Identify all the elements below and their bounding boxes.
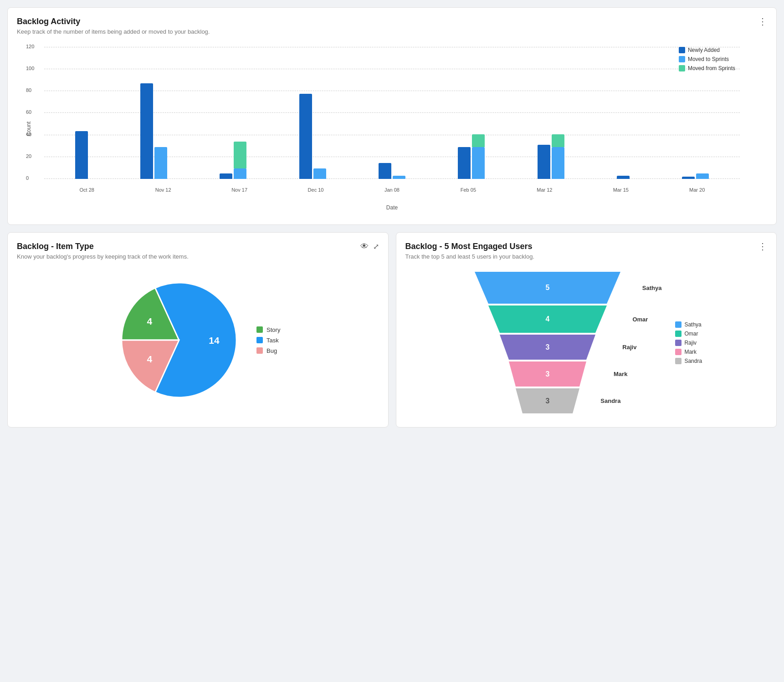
engaged-users-more-button[interactable]: ⋮ [758,242,767,251]
engaged-users-title: Backlog - 5 Most Engaged Users [405,242,535,251]
bar-moved-to [552,147,564,179]
legend-item: Moved from Sprints [679,65,735,71]
x-axis-date-label: Oct 28 [73,187,101,193]
bar-moved-to [234,168,246,179]
backlog-activity-more-button[interactable]: ⋮ [758,17,767,26]
bar-moved-to [154,147,167,179]
bar-moved-from [234,142,246,168]
backlog-activity-subtitle: Keep track of the number of items being … [17,28,210,35]
chart-inner: 120 100 80 60 40 20 0 Oct 28Nov 12Nov 17… [44,47,740,193]
pie-value: 4 [147,316,152,326]
item-type-title-group: Backlog - Item Type Know your backlog's … [17,242,189,260]
funnel-legend-color [675,349,682,355]
pie-legend-color [256,347,263,354]
funnel-value: 3 [546,397,550,405]
bar-group [75,131,88,179]
x-axis-date-label: Dec 10 [302,187,329,193]
bar-newly-added [75,131,88,179]
x-axis-date-label: Nov 17 [226,187,253,193]
pie-legend-item: Story [256,326,280,333]
bar-stack [552,134,564,179]
funnel-tier: 5Sathya [470,272,625,304]
item-type-header: Backlog - Item Type Know your backlog's … [17,242,379,260]
engaged-users-title-group: Backlog - 5 Most Engaged Users Track the… [405,242,535,260]
bar-newly-added [617,176,630,179]
funnel-legend-item: Sathya [675,321,702,328]
item-type-title: Backlog - Item Type [17,242,189,251]
bar-moved-to [472,147,485,179]
funnel-legend-color [675,321,682,328]
pie-legend: StoryTaskBug [256,326,280,354]
bottom-row: Backlog - Item Type Know your backlog's … [7,232,777,428]
expand-icon[interactable]: ⤢ [373,242,379,251]
backlog-activity-title: Backlog Activity [17,17,210,26]
legend-label: Newly Added [688,47,720,53]
funnel-label: Sandra [600,397,620,404]
bar-group [299,94,326,179]
x-axis-date-label: Jan 08 [378,187,405,193]
bar-moved-from [472,134,485,147]
legend-label: Moved to Sprints [688,56,729,62]
x-axis-label: Date [386,204,398,211]
funnel-legend-label: Rajiv [684,340,697,346]
funnel-legend-label: Sandra [684,358,702,364]
bar-moved-to [393,176,405,179]
bar-group [140,83,167,179]
bar-stack [154,147,167,179]
legend-item: Moved to Sprints [679,56,735,62]
funnel-tier: 3Sandra [511,388,584,413]
bar-moved-to [313,168,326,179]
bar-stack [696,173,709,179]
funnel-legend-label: Omar [684,331,698,337]
funnel-legend-color [675,331,682,337]
item-type-card: Backlog - Item Type Know your backlog's … [7,232,389,428]
item-type-subtitle: Know your backlog's progress by keeping … [17,253,189,260]
bar-newly-added [682,177,695,179]
funnel-value: 3 [546,343,550,351]
pie-legend-label: Bug [266,347,277,354]
bar-stack [472,134,485,179]
engaged-users-subtitle: Track the top 5 and least 5 users in you… [405,253,535,260]
funnel-shape: 3 [504,361,591,387]
funnel-legend-color [675,340,682,346]
bar-group [617,176,630,179]
pie-legend-color [256,326,263,333]
bar-group [538,134,564,179]
item-type-icons: 👁 ⤢ [360,242,379,251]
pie-chart: 4144 [115,276,243,404]
funnel-value: 4 [546,315,550,323]
bars-container [44,47,740,179]
bar-group [220,142,246,179]
pie-legend-item: Task [256,337,280,344]
funnel-label: Rajiv [622,344,636,351]
funnel-shape: 3 [511,388,584,413]
bar-moved-from [552,134,564,147]
bar-newly-added [220,173,232,179]
bar-newly-added [140,83,153,179]
funnel-label: Sathya [642,285,662,291]
chart-legend: Newly AddedMoved to SprintsMoved from Sp… [679,47,735,71]
pie-legend-label: Story [266,326,280,333]
funnel-value: 5 [546,284,550,291]
legend-item: Newly Added [679,47,735,53]
legend-color [679,65,685,71]
funnel-shape: 5 [470,272,625,304]
eye-icon[interactable]: 👁 [360,242,369,251]
funnel-tier: 3Rajiv [495,335,600,360]
bar-group [458,134,485,179]
funnel-shape: 3 [495,335,600,360]
backlog-activity-title-group: Backlog Activity Keep track of the numbe… [17,17,210,35]
legend-label: Moved from Sprints [688,65,735,71]
bar-stack [313,168,326,179]
funnel-section: 5Sathya4Omar3Rajiv3Mark3Sandra SathyaOma… [405,267,768,418]
pie-legend-item: Bug [256,347,280,354]
legend-color [679,47,685,53]
legend-color [679,56,685,62]
backlog-activity-chart: Count Date 120 100 80 60 40 20 0 Oct 28N… [17,42,767,215]
funnel-legend-label: Sathya [684,321,701,328]
x-axis-date-label: Mar 15 [607,187,635,193]
funnel-container: 5Sathya4Omar3Rajiv3Mark3Sandra [470,272,625,413]
funnel-legend-label: Mark [684,349,697,355]
x-axis-date-label: Feb 05 [455,187,482,193]
pie-value: 14 [209,335,220,346]
